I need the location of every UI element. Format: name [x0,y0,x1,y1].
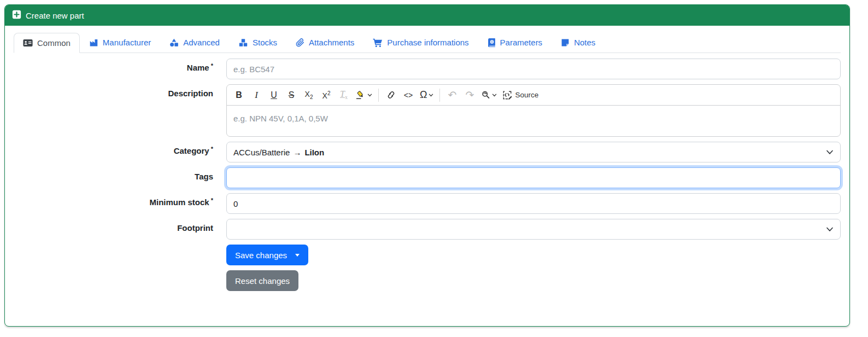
tab-manufacturer[interactable]: Manufacturer [80,32,160,53]
arrow-right: → [293,148,301,157]
id-card-icon [23,39,33,47]
source-code-icon [502,90,512,100]
description-label: Description [14,84,213,137]
source-label: Source [515,91,538,99]
remove-format-button[interactable]: Tx [336,87,352,103]
description-placeholder: e.g. NPN 45V, 0,1A, 0,5W [233,114,328,123]
toolbar-separator [378,89,379,102]
tab-advanced[interactable]: Advanced [160,32,229,53]
cubes-icon [238,38,248,47]
tags-label: Tags [14,167,213,188]
source-button[interactable]: Source [500,87,541,103]
superscript-button[interactable]: X2 [318,87,335,103]
tab-common[interactable]: Common [14,33,80,53]
chevron-down-icon [492,94,497,97]
tab-stocks[interactable]: Stocks [229,32,286,53]
form-actions: Save changes Reset changes [226,245,841,291]
reset-changes-button[interactable]: Reset changes [226,270,298,291]
category-selected-value: ACCus/Batterie → LiIon [233,148,826,157]
plus-square-icon [12,10,21,21]
strikethrough-button[interactable]: S [283,87,300,103]
tab-label: Attachments [309,38,354,47]
undo-button[interactable]: ↶ [444,87,460,103]
chevron-down-icon [826,226,834,232]
highlighter-icon [355,90,366,100]
card-header: Create new part [5,5,849,26]
paperclip-icon [296,38,304,47]
find-replace-icon [481,90,490,100]
description-editable-area[interactable]: e.g. NPN 45V, 0,1A, 0,5W [227,106,840,136]
chevron-down-icon [367,94,372,97]
caret-down-icon [295,254,300,257]
tags-input[interactable] [226,167,841,188]
tags-row: Tags [14,167,841,188]
tab-label: Parameters [500,38,543,47]
category-label: Category* [14,142,213,162]
bold-button[interactable]: B [231,87,247,103]
save-changes-button[interactable]: Save changes [226,245,308,265]
link-button[interactable] [383,87,399,103]
highlight-button[interactable] [353,87,374,103]
name-label: Name* [14,59,213,79]
create-part-form: Name* Description B I U S X2 [14,53,841,291]
tab-label: Notes [574,38,595,47]
category-select[interactable]: ACCus/Batterie → LiIon [226,142,841,162]
tab-purchase-informations[interactable]: Purchase informations [363,32,478,53]
italic-button[interactable]: I [248,87,265,103]
chevron-down-icon [826,149,834,155]
shapes-icon [169,38,179,47]
tab-label: Advanced [183,38,220,47]
tab-attachments[interactable]: Attachments [286,32,363,53]
required-asterisk: * [211,146,213,152]
tab-label: Stocks [253,38,277,47]
name-row: Name* [14,59,841,79]
toolbar-separator [439,89,440,102]
code-button[interactable]: <> [400,87,417,103]
tab-notes[interactable]: Notes [552,32,605,53]
editor-toolbar: B I U S X2 X2 Tx [227,85,840,106]
description-row: Description B I U S X2 X2 Tx [14,84,841,137]
subscript-button[interactable]: X2 [301,87,317,103]
footprint-row: Footprint [14,219,841,240]
required-asterisk: * [211,62,213,69]
chevron-down-icon [429,94,433,97]
special-characters-button[interactable]: Ω [418,87,436,103]
tab-label: Purchase informations [387,38,468,47]
redo-button[interactable]: ↷ [461,87,478,103]
tab-label: Manufacturer [103,38,151,47]
tab-parameters[interactable]: Parameters [478,32,552,53]
shopping-cart-icon [373,38,383,47]
atlas-book-icon [488,38,496,47]
underline-button[interactable]: U [266,87,282,103]
name-input[interactable] [226,59,841,79]
footprint-label: Footprint [14,219,213,240]
factory-icon [89,38,98,47]
minimum-stock-label: Minimum stock* [14,193,213,214]
footprint-select[interactable] [226,219,841,240]
link-icon [386,90,396,100]
sticky-note-icon [561,38,570,47]
tab-label: Common [37,38,71,48]
minimum-stock-input[interactable] [226,193,841,214]
tab-bar: Common Manufacturer Advanced Stocks Atta… [14,32,841,53]
page-title: Create new part [26,11,84,20]
find-replace-button[interactable] [479,87,499,103]
create-part-card: Create new part Common Manufacturer Adva… [4,4,850,327]
required-asterisk: * [211,197,213,204]
category-row: Category* ACCus/Batterie → LiIon [14,142,841,162]
minimum-stock-row: Minimum stock* [14,193,841,214]
rich-text-editor: B I U S X2 X2 Tx [226,84,841,137]
